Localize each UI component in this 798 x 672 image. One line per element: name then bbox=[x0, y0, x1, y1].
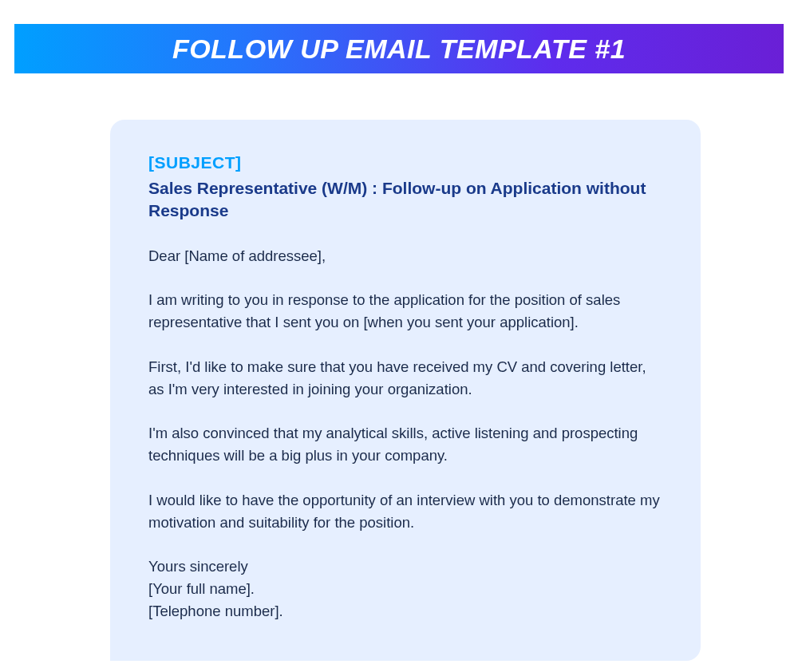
header-bar: FOLLOW UP EMAIL TEMPLATE #1 bbox=[14, 24, 784, 73]
signoff-closing: Yours sincerely bbox=[148, 555, 662, 578]
signoff-name: [Your full name]. bbox=[148, 578, 662, 600]
paragraph-4: I would like to have the opportunity of … bbox=[148, 489, 662, 534]
email-body: Dear [Name of addressee], I am writing t… bbox=[148, 245, 662, 623]
greeting: Dear [Name of addressee], bbox=[148, 245, 662, 267]
subject-label: [SUBJECT] bbox=[148, 153, 662, 172]
paragraph-1: I am writing to you in response to the a… bbox=[148, 289, 662, 334]
paragraph-2: First, I'd like to make sure that you ha… bbox=[148, 356, 662, 401]
email-card: [SUBJECT] Sales Representative (W/M) : F… bbox=[110, 120, 701, 661]
header-title: FOLLOW UP EMAIL TEMPLATE #1 bbox=[172, 34, 626, 65]
paragraph-3: I'm also convinced that my analytical sk… bbox=[148, 422, 662, 467]
signoff: Yours sincerely [Your full name]. [Telep… bbox=[148, 555, 662, 622]
signoff-phone: [Telephone number]. bbox=[148, 600, 662, 623]
subject-text: Sales Representative (W/M) : Follow-up o… bbox=[148, 177, 662, 223]
